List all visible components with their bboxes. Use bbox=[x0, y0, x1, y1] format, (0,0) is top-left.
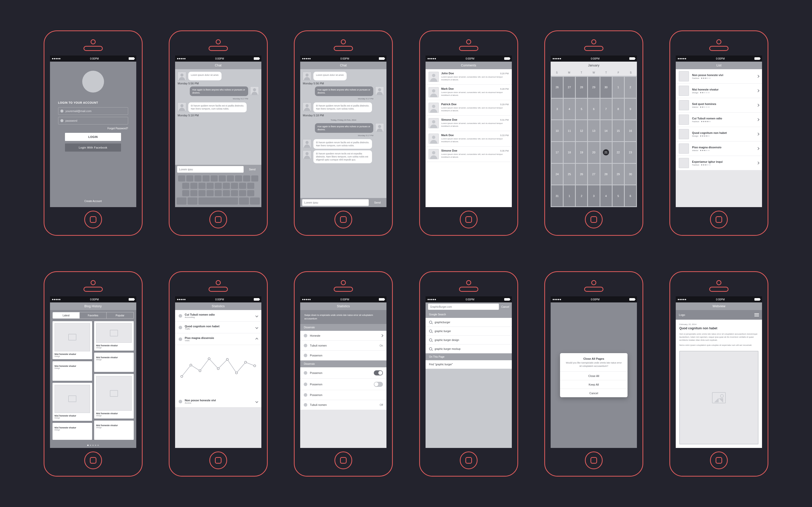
chat-input[interactable]: Lorem ipsu bbox=[177, 166, 244, 173]
calendar-day[interactable]: 30 bbox=[600, 77, 612, 98]
search-suggestion[interactable]: graphic burger bbox=[425, 327, 512, 336]
calendar-day[interactable]: 3 bbox=[551, 99, 563, 120]
find-on-page[interactable]: Find "graphic burger" bbox=[425, 360, 512, 369]
keep-all-button[interactable]: Keep All bbox=[560, 380, 627, 389]
settings-row[interactable]: Tubuli nomenOn bbox=[300, 341, 387, 351]
settings-row[interactable]: Possenon bbox=[300, 351, 387, 360]
calendar-day[interactable]: 7 bbox=[600, 99, 612, 120]
calendar-day[interactable]: 20 bbox=[588, 142, 599, 163]
calendar-grid[interactable]: 2627282930123456789101112131415161718192… bbox=[551, 76, 637, 207]
comment-row[interactable]: Simone Doe5:35 PMLorem ipsum dolor sit a… bbox=[425, 147, 512, 162]
tab-favorites[interactable]: Favorites bbox=[80, 312, 106, 319]
calendar-day[interactable]: 18 bbox=[564, 142, 575, 163]
calendar-day[interactable]: 9 bbox=[625, 99, 636, 120]
calendar-day[interactable]: 6 bbox=[625, 185, 636, 206]
calendar-day[interactable]: 16 bbox=[625, 120, 636, 141]
blog-card[interactable]: Nisi honeste vivaturDesign bbox=[53, 361, 92, 381]
comment-row[interactable]: Simone Doe5:31 PMLorem ipsum dolor sit a… bbox=[425, 116, 512, 131]
calendar-day[interactable]: 19 bbox=[576, 142, 587, 163]
home-button[interactable] bbox=[84, 211, 102, 228]
blog-card[interactable]: Nisi honeste vivaturDesign bbox=[94, 353, 134, 372]
hamburger-icon[interactable] bbox=[754, 313, 759, 316]
calendar-day[interactable]: 22 bbox=[613, 142, 624, 163]
calendar-day[interactable]: 4 bbox=[600, 185, 612, 206]
list-item[interactable]: Non posse honeste viviFashion★★★★★ bbox=[676, 69, 762, 83]
blog-card[interactable]: Nisi honeste vivaturDesign bbox=[53, 383, 92, 421]
calendar-day[interactable]: 5 bbox=[613, 185, 624, 206]
calendar-day[interactable]: 31 bbox=[551, 185, 563, 206]
comment-row[interactable]: Mark Doe5:33 PMLorem ipsum dolor sit ame… bbox=[425, 131, 512, 147]
blog-card[interactable]: Nisi honeste vivaturDesign bbox=[94, 321, 134, 351]
accordion-row[interactable]: Quod cognitum non habetTraffic bbox=[175, 322, 261, 333]
calendar-day[interactable]: 28 bbox=[600, 164, 612, 185]
calendar-day[interactable]: 3 bbox=[588, 185, 599, 206]
keyboard[interactable] bbox=[175, 174, 261, 207]
calendar-day[interactable]: 26 bbox=[576, 164, 587, 185]
accordion-row[interactable]: Piso magna dissensioVisits bbox=[175, 333, 261, 345]
calendar-day[interactable]: 27 bbox=[564, 77, 575, 98]
cancel-button[interactable]: Cancel bbox=[560, 389, 627, 397]
settings-row[interactable]: Tubuli nomenOff bbox=[300, 400, 387, 410]
comment-row[interactable]: Patrick Doe5:29 PMLorem ipsum dolor sit … bbox=[425, 100, 512, 116]
calendar-day[interactable]: 28 bbox=[576, 77, 587, 98]
calendar-day[interactable]: 15 bbox=[613, 120, 624, 141]
accordion-row[interactable]: Cui Tubuli nomen odioAccounting bbox=[175, 310, 261, 322]
settings-row[interactable]: Possenon bbox=[300, 367, 387, 379]
calendar-day[interactable]: 13 bbox=[588, 120, 599, 141]
comment-row[interactable]: Mark Doe5:28 PMLorem ipsum dolor sit ame… bbox=[425, 85, 512, 100]
blog-card[interactable]: Nisi honeste vivaturDesign bbox=[53, 423, 92, 440]
search-input[interactable]: GraphicBurger.com bbox=[428, 304, 499, 310]
email-field[interactable]: youremail@mail.com bbox=[58, 107, 128, 115]
calendar-day[interactable]: 17 bbox=[551, 142, 563, 163]
calendar-day[interactable]: 2 bbox=[576, 185, 587, 206]
cancel-button[interactable]: Cancel bbox=[501, 305, 509, 308]
search-suggestion[interactable]: graphic burger mockup bbox=[425, 344, 512, 353]
calendar-day[interactable]: 27 bbox=[588, 164, 599, 185]
comment-row[interactable]: John Doe5:20 PMLorem ipsum dolor sit ame… bbox=[425, 69, 512, 85]
close-all-button[interactable]: Close All bbox=[560, 372, 627, 380]
toggle[interactable] bbox=[374, 382, 383, 387]
list-item[interactable]: Nisi honeste vivaturDesign★★★★★ bbox=[676, 83, 762, 98]
blog-card[interactable]: Nisi honeste vivaturDesign bbox=[53, 321, 92, 359]
search-suggestion[interactable]: graphicburger bbox=[425, 318, 512, 327]
calendar-day[interactable]: 21 bbox=[600, 142, 612, 163]
pager-dots[interactable] bbox=[50, 442, 136, 448]
calendar-day[interactable]: 4 bbox=[564, 99, 575, 120]
calendar-day[interactable]: 25 bbox=[564, 164, 575, 185]
calendar-day[interactable]: 1 bbox=[613, 77, 624, 98]
blog-card[interactable]: Nisi honeste vivaturDesign bbox=[94, 420, 134, 440]
calendar-day[interactable]: 29 bbox=[588, 77, 599, 98]
list-item[interactable]: Quod cognitum non habetDesign★★★★★ bbox=[676, 127, 762, 142]
list-item[interactable]: Sed quot hominesInterior★★★★★ bbox=[676, 98, 762, 113]
calendar-day[interactable]: 29 bbox=[613, 164, 624, 185]
login-button[interactable]: LOGIN bbox=[65, 133, 121, 141]
send-button[interactable]: Send bbox=[245, 166, 259, 173]
settings-row[interactable]: Possenon bbox=[300, 390, 387, 400]
search-suggestion[interactable]: graphic burger design bbox=[425, 336, 512, 344]
accordion-row[interactable]: Non posse honeste viviAccess bbox=[175, 396, 261, 407]
calendar-day[interactable]: 14 bbox=[600, 120, 612, 141]
send-button[interactable]: Send bbox=[370, 199, 385, 206]
list-item[interactable]: Piso magna dissensioInterior★★★★★ bbox=[676, 142, 762, 156]
calendar-day[interactable]: 6 bbox=[588, 99, 599, 120]
facebook-login-button[interactable]: Login With Facebook bbox=[65, 144, 121, 152]
rating-list[interactable]: Non posse honeste viviFashion★★★★★Nisi h… bbox=[676, 69, 762, 207]
calendar-day[interactable]: 24 bbox=[551, 164, 563, 185]
comments-list[interactable]: John Doe5:20 PMLorem ipsum dolor sit ame… bbox=[425, 69, 512, 207]
tab-popular[interactable]: Popular bbox=[106, 312, 133, 319]
calendar-day[interactable]: 8 bbox=[613, 99, 624, 120]
blog-grid[interactable]: Nisi honeste vivaturDesign Nisi honeste … bbox=[50, 319, 136, 442]
tab-latest[interactable]: Latest bbox=[53, 312, 80, 319]
calendar-day[interactable]: 5 bbox=[576, 99, 587, 120]
calendar-day[interactable]: 12 bbox=[576, 120, 587, 141]
blog-card[interactable]: Nisi honeste vivaturDesign bbox=[94, 374, 134, 418]
chat-scroll[interactable]: Lorem ipsum dolor sit amet.Monday 5:56 P… bbox=[175, 69, 261, 165]
toggle[interactable] bbox=[374, 371, 383, 376]
chat-scroll[interactable]: Lorem ipsum dolor sit amet.Monday 5:56 P… bbox=[300, 69, 387, 198]
calendar-day[interactable]: 1 bbox=[564, 185, 575, 206]
settings-row[interactable]: Honeste bbox=[300, 331, 387, 341]
create-account-link[interactable]: Create Account bbox=[84, 200, 101, 203]
calendar-day[interactable]: 23 bbox=[625, 142, 636, 163]
settings-row[interactable]: Possenon bbox=[300, 379, 387, 390]
calendar-day[interactable]: 10 bbox=[551, 120, 563, 141]
